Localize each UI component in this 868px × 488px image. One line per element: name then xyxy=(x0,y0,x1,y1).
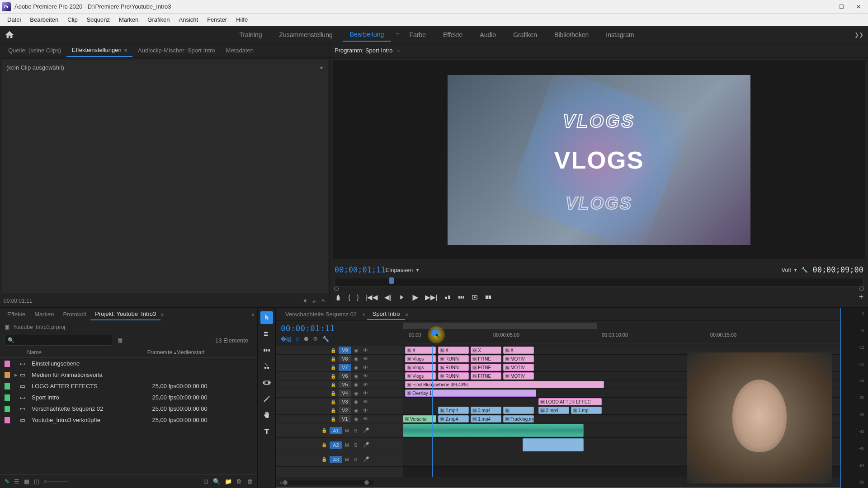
mute-icon[interactable]: M xyxy=(345,442,351,448)
toggle-sync-icon[interactable]: 👁 xyxy=(363,399,369,404)
close-tab-icon[interactable]: × xyxy=(362,312,365,317)
search-field[interactable] xyxy=(17,337,110,343)
toggle-output-icon[interactable]: ◉ xyxy=(354,408,360,413)
mark-out-button[interactable]: } xyxy=(357,293,359,301)
toggle-output-icon[interactable]: ◉ xyxy=(354,356,360,362)
timeline-clip[interactable]: fxVlogs xyxy=(405,364,436,371)
timeline-playhead[interactable] xyxy=(432,330,439,336)
panel-menu-icon[interactable]: ≡ xyxy=(397,48,400,53)
lift-button[interactable] xyxy=(444,294,451,301)
timeline-clip[interactable]: fxEinstellungsebene [89,43%] xyxy=(405,381,604,388)
razor-tool[interactable] xyxy=(260,360,273,373)
filter-bins-icon[interactable]: ▦ xyxy=(118,337,123,343)
timeline-timecode[interactable]: 00:00:01:11 xyxy=(281,324,398,333)
timeline-clip[interactable]: fx1.mp xyxy=(571,407,602,414)
lock-icon[interactable]: 🔒 xyxy=(330,357,336,361)
tab-menu-icon[interactable]: ≡ xyxy=(405,312,408,317)
list-view-icon[interactable]: ☰ xyxy=(14,478,19,485)
workspace-audio[interactable]: Audio xyxy=(472,28,503,41)
lock-icon[interactable]: 🔒 xyxy=(321,428,327,433)
playhead-line[interactable] xyxy=(432,346,433,477)
toggle-sync-icon[interactable]: 👁 xyxy=(363,416,369,422)
timeline-clip[interactable]: fxMOTIV xyxy=(503,355,534,362)
track-name[interactable]: A2 xyxy=(330,441,342,449)
track-name[interactable]: A3 xyxy=(330,456,342,463)
video-track-header[interactable]: 🔒 V1 ◉ 👁 xyxy=(276,415,403,423)
workspace-overflow-icon[interactable]: ❯❯ xyxy=(854,32,863,38)
project-item[interactable]: ▭ Verschachtelte Sequenz 02 25,00 fps 00… xyxy=(0,403,257,414)
lock-icon[interactable]: 🔒 xyxy=(330,348,336,353)
project-item[interactable]: ▭ LOGO AFTER EFFECTS 25,00 fps 00:00:00:… xyxy=(0,380,257,392)
project-tab[interactable]: Projekt: Youtube_Intro3 xyxy=(90,308,160,320)
timeline-clip[interactable]: fxLOGO AFTER EFFEC xyxy=(538,398,602,405)
toggle-output-icon[interactable]: ◉ xyxy=(354,416,360,422)
wrench-icon[interactable]: 🔧 xyxy=(801,267,808,273)
pen-tool[interactable] xyxy=(260,393,273,405)
toggle-sync-icon[interactable]: 👁 xyxy=(363,408,369,413)
column-mediastart[interactable]: Medienstart xyxy=(176,349,231,356)
track-name[interactable]: V8 xyxy=(339,355,351,362)
workspace-zusammenstellung[interactable]: Zusammenstellung xyxy=(272,28,340,41)
track-name[interactable]: V2 xyxy=(339,407,351,414)
zoom-out-handle[interactable]: ○ xyxy=(280,479,283,486)
icon-view-icon[interactable]: ▦ xyxy=(24,478,29,485)
workspace-bibliotheken[interactable]: Bibliotheken xyxy=(547,28,596,41)
find-icon[interactable]: 🔍 xyxy=(213,478,220,485)
timeline-clip[interactable]: fxX xyxy=(438,347,469,354)
track-name[interactable]: V6 xyxy=(339,372,351,380)
video-track-header[interactable]: 🔒 V4 ◉ 👁 xyxy=(276,389,403,398)
solo-icon[interactable]: S xyxy=(354,457,360,462)
snap-icon[interactable]: �磁 xyxy=(281,336,292,343)
timeline-clip[interactable]: fxRUNNI xyxy=(438,364,469,371)
timeline-clip[interactable]: fx xyxy=(503,407,534,414)
toggle-output-icon[interactable]: ◉ xyxy=(354,347,360,353)
timeline-clip[interactable]: fx3.mp4 xyxy=(471,407,501,414)
toggle-output-icon[interactable]: ◉ xyxy=(354,382,360,388)
solo-icon[interactable]: S xyxy=(354,428,360,433)
slip-tool[interactable] xyxy=(260,376,273,389)
extract-button[interactable] xyxy=(458,294,465,301)
timeline-clip[interactable]: fxVerscha xyxy=(403,415,436,422)
workspace-farbe[interactable]: Farbe xyxy=(402,28,433,41)
zoom-slider[interactable]: ○───── xyxy=(44,478,68,485)
track-name[interactable]: V1 xyxy=(339,415,351,422)
toggle-sync-icon[interactable]: 👁 xyxy=(363,365,369,370)
timeline-clip[interactable]: fxRUNNI xyxy=(438,372,469,380)
menu-clip[interactable]: Clip xyxy=(63,14,82,25)
step-forward-button[interactable]: |▶ xyxy=(411,293,419,301)
timeline-clip[interactable]: fxFITNE xyxy=(471,355,501,362)
timeline-zoom-slider[interactable] xyxy=(283,480,373,485)
program-viewer[interactable]: VLOGS VLOGS VLOGS xyxy=(333,61,865,259)
solo-icon[interactable]: S xyxy=(354,442,360,448)
freeform-view-icon[interactable]: ◫ xyxy=(34,478,39,485)
voice-over-icon[interactable]: 🎤 xyxy=(363,442,369,448)
timeline-clip[interactable]: fxX xyxy=(471,347,501,354)
timeline-clip[interactable]: fxMOTIV xyxy=(503,364,534,371)
mark-in-button[interactable]: { xyxy=(348,293,350,301)
timeline-clip[interactable]: fxX xyxy=(503,347,534,354)
toggle-sync-icon[interactable]: 👁 xyxy=(363,373,369,379)
track-name[interactable]: V7 xyxy=(339,364,351,371)
timeline-clip[interactable]: fxVlogs xyxy=(405,355,436,362)
overwrite-icon[interactable]: ⬑ xyxy=(321,298,326,304)
project-tab[interactable]: Protokoll xyxy=(59,309,91,320)
automate-icon[interactable]: ⊡ xyxy=(203,478,208,485)
video-track-header[interactable]: 🔒 V3 ◉ 👁 xyxy=(276,398,403,406)
timeline-clip[interactable]: fx2.mp4 xyxy=(438,415,469,422)
toggle-output-icon[interactable]: ◉ xyxy=(354,373,360,379)
toggle-sync-icon[interactable]: 👁 xyxy=(363,356,369,361)
video-track-header[interactable]: 🔒 V5 ◉ 👁 xyxy=(276,380,403,389)
timeline-clip[interactable] xyxy=(523,438,584,451)
program-scrubber[interactable] xyxy=(335,278,863,287)
project-tab[interactable]: Marken xyxy=(30,309,58,320)
audio-track-header[interactable]: 🔒 A2 M S 🎤 xyxy=(276,438,403,452)
timeline-ruler[interactable]: :00:0000:00:05:0000:00:10:0000:00:15:00 … xyxy=(403,321,840,343)
column-framerate[interactable]: Framerate▴ xyxy=(122,349,176,356)
lock-icon[interactable]: 🔒 xyxy=(330,399,336,404)
workspace-menu-icon[interactable]: ≡ xyxy=(396,31,399,38)
project-item[interactable]: ▭ Sport Intro 25,00 fps 00:00:00:00 xyxy=(0,392,257,403)
toggle-sync-icon[interactable]: 👁 xyxy=(363,382,369,387)
project-search-input[interactable]: 🔍 xyxy=(5,335,113,346)
lock-icon[interactable]: 🔒 xyxy=(330,374,336,379)
source-tab[interactable]: Audioclip-Mischer: Sport Intro xyxy=(132,44,221,56)
